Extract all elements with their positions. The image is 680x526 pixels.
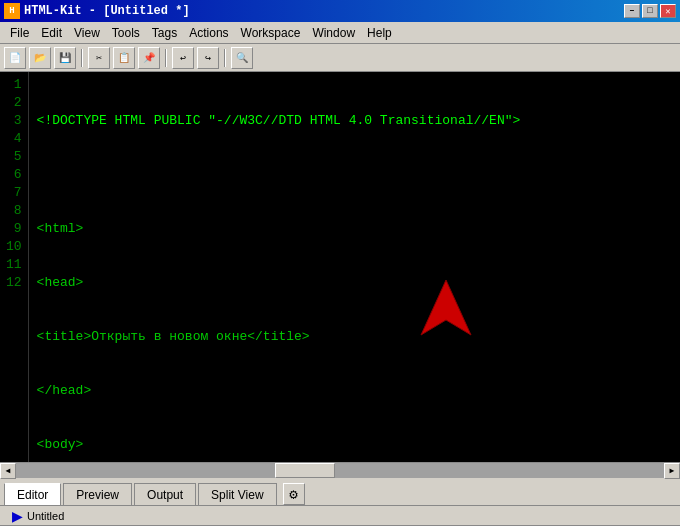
menu-tags[interactable]: Tags <box>146 24 183 42</box>
code-line-7: <body> <box>37 436 672 454</box>
scroll-right-button[interactable]: ▶ <box>664 463 680 479</box>
menu-bar: File Edit View Tools Tags Actions Worksp… <box>0 22 680 44</box>
file-name: Untitled <box>27 510 64 522</box>
editor-content: 1 2 3 4 5 6 7 8 9 10 11 12 <!DOCTYPE HTM… <box>0 72 680 462</box>
toolbar-btn-1[interactable]: 📄 <box>4 47 26 69</box>
title-bar-left: H HTML-Kit - [Untitled *] <box>4 3 190 19</box>
maximize-button[interactable]: □ <box>642 4 658 18</box>
tab-output[interactable]: Output <box>134 483 196 505</box>
code-editor[interactable]: <!DOCTYPE HTML PUBLIC "-//W3C//DTD HTML … <box>29 72 680 462</box>
menu-file[interactable]: File <box>4 24 35 42</box>
title-bar: H HTML-Kit - [Untitled *] – □ ✕ <box>0 0 680 22</box>
toolbar: 📄 📂 💾 ✂ 📋 📌 ↩ ↪ 🔍 <box>0 44 680 72</box>
app-icon: H <box>4 3 20 19</box>
toolbar-btn-2[interactable]: 📂 <box>29 47 51 69</box>
menu-tools[interactable]: Tools <box>106 24 146 42</box>
menu-window[interactable]: Window <box>306 24 361 42</box>
line-numbers: 1 2 3 4 5 6 7 8 9 10 11 12 <box>0 72 29 462</box>
menu-workspace[interactable]: Workspace <box>235 24 307 42</box>
code-line-2 <box>37 166 672 184</box>
tab-editor[interactable]: Editor <box>4 483 61 505</box>
toolbar-btn-6[interactable]: 📌 <box>138 47 160 69</box>
file-tab-bar: ▶ Untitled <box>0 506 680 526</box>
toolbar-btn-7[interactable]: ↩ <box>172 47 194 69</box>
scroll-thumb[interactable] <box>275 463 335 478</box>
toolbar-btn-5[interactable]: 📋 <box>113 47 135 69</box>
tab-split-view[interactable]: Split View <box>198 483 276 505</box>
toolbar-sep-3 <box>224 49 226 67</box>
menu-help[interactable]: Help <box>361 24 398 42</box>
file-tab[interactable]: ▶ Untitled <box>4 508 72 524</box>
file-dot-icon: ▶ <box>12 508 23 524</box>
svg-marker-0 <box>421 280 471 335</box>
menu-view[interactable]: View <box>68 24 106 42</box>
bottom-tab-bar: Editor Preview Output Split View ⚙ <box>0 478 680 506</box>
minimize-button[interactable]: – <box>624 4 640 18</box>
toolbar-btn-9[interactable]: 🔍 <box>231 47 253 69</box>
toolbar-sep-2 <box>165 49 167 67</box>
scroll-left-button[interactable]: ◀ <box>0 463 16 479</box>
toolbar-btn-3[interactable]: 💾 <box>54 47 76 69</box>
toolbar-sep-1 <box>81 49 83 67</box>
close-button[interactable]: ✕ <box>660 4 676 18</box>
window-title: HTML-Kit - [Untitled *] <box>24 4 190 18</box>
horizontal-scrollbar[interactable]: ◀ ▶ <box>0 462 680 478</box>
menu-edit[interactable]: Edit <box>35 24 68 42</box>
tab-preview[interactable]: Preview <box>63 483 132 505</box>
toolbar-btn-8[interactable]: ↪ <box>197 47 219 69</box>
code-line-1: <!DOCTYPE HTML PUBLIC "-//W3C//DTD HTML … <box>37 112 672 130</box>
tab-action-icon[interactable]: ⚙ <box>283 483 305 505</box>
menu-actions[interactable]: Actions <box>183 24 234 42</box>
code-line-4: <head> <box>37 274 672 292</box>
toolbar-btn-4[interactable]: ✂ <box>88 47 110 69</box>
code-line-3: <html> <box>37 220 672 238</box>
editor-container[interactable]: 1 2 3 4 5 6 7 8 9 10 11 12 <!DOCTYPE HTM… <box>0 72 680 462</box>
code-line-6: </head> <box>37 382 672 400</box>
title-bar-controls: – □ ✕ <box>624 4 676 18</box>
scroll-track[interactable] <box>16 463 664 478</box>
